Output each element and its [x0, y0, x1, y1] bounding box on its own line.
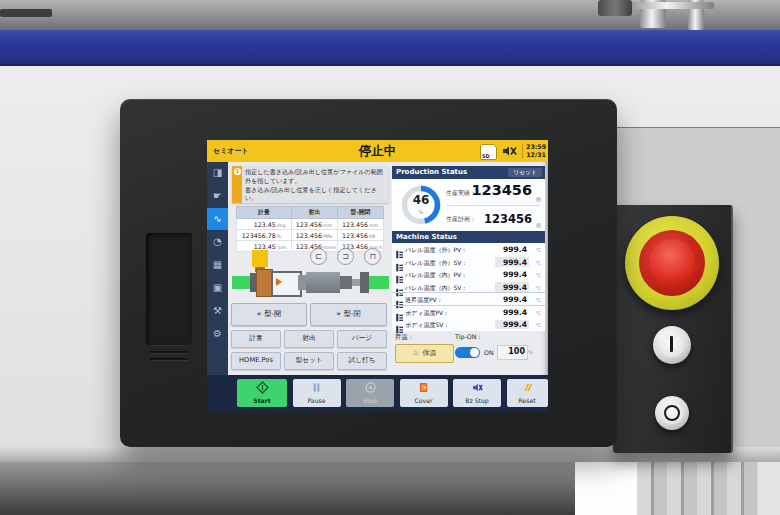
mold-close-icon: »: [336, 309, 341, 318]
machine-diagram: ⊏⊐⊓: [232, 250, 390, 298]
metrics-table: 計量射出型-開閉123.45deg123.456mm123.456mm12345…: [236, 206, 384, 252]
sidebar-item-settings[interactable]: ⚙: [207, 323, 228, 345]
piston: [340, 276, 352, 289]
bezel-groove: [150, 358, 188, 360]
tip-on-label: Tip-ON :: [455, 333, 481, 340]
hmi-screen: セミオート 停止中 SD 23:5912/31 ◨☛∿◔▦▣⚒⚙ ⧉ 1 指定し…: [207, 140, 548, 412]
nav-button-label: Start: [237, 398, 287, 404]
trial-shot-button[interactable]: 試し打ち: [337, 352, 387, 370]
alert-stripe: 1: [232, 166, 242, 203]
mute-icon[interactable]: [502, 144, 518, 158]
status-value: 999.4: [503, 295, 527, 304]
machine-gap: [575, 462, 637, 515]
metrics-column-header: 計量: [237, 207, 292, 219]
sidebar-item-injection[interactable]: ∿: [207, 208, 228, 230]
purge-button[interactable]: パージ: [337, 330, 387, 348]
production-plan-row: 生産計画 : 123456 個: [446, 206, 542, 231]
clock: 23:5912/31: [526, 143, 546, 159]
bezel-groove: [150, 351, 188, 353]
under-shelf-shadow: [0, 462, 575, 515]
production-reset-button[interactable]: リセット: [508, 168, 542, 177]
metering-button[interactable]: 計量: [231, 330, 281, 348]
status-value: 999.4: [503, 283, 527, 292]
status-unit: ℃: [535, 247, 541, 253]
bz-stop-button[interactable]: Bz Stop: [453, 379, 501, 407]
production-status-title: Production Status: [396, 166, 467, 179]
platen-right: [369, 276, 389, 289]
status-label: バレル温度（外）SV :: [405, 259, 465, 268]
mold-set-button[interactable]: 型セット: [284, 352, 334, 370]
tip-on-toggle[interactable]: [455, 347, 480, 358]
start-icon: [256, 379, 269, 398]
sidebar-item-monitor[interactable]: ◔: [207, 231, 228, 253]
alert-message: 指定した書き込み/読み出し位置がファイルの範囲外を指しています。書き込み/読み出…: [242, 166, 389, 203]
status-unit: ℃: [535, 272, 541, 278]
status-value: 999.4: [503, 308, 527, 317]
sidebar-item-clamp[interactable]: ☛: [207, 185, 228, 207]
pause-icon: [310, 379, 323, 398]
status-label: ボディ温度SV :: [405, 321, 447, 330]
emergency-stop-button[interactable]: [649, 239, 695, 285]
machine-blue-stripe: [0, 30, 780, 66]
status-label: バレル温度（内）PV :: [405, 271, 465, 280]
home-pos-button[interactable]: HOME.Pos: [231, 352, 281, 370]
status-value: 999.4: [503, 258, 527, 267]
sidebar-item-records[interactable]: ▦: [207, 254, 228, 276]
nav-button-label: Stop: [346, 398, 394, 404]
metrics-cell: 123.456kN: [337, 230, 383, 241]
bottom-nav-bar: StartPauseStopCoverBz StopReset: [207, 375, 548, 412]
bezel-card-slot: [146, 233, 192, 345]
metrics-cell: 123456.78%: [237, 230, 292, 241]
status-unit: ℃: [535, 285, 541, 291]
sidebar-item-files[interactable]: ▣: [207, 277, 228, 299]
mold-close-button[interactable]: »型-閉: [310, 303, 387, 326]
pause-button[interactable]: Pause: [293, 379, 341, 407]
nav-button-label: Cover: [400, 398, 448, 404]
metrics-cell: 123.456mm: [291, 219, 337, 230]
flange-right: [360, 272, 369, 293]
divider: [392, 305, 545, 306]
machine-status-row: バレル温度（外）SV :999.4℃: [392, 256, 545, 269]
metrics-cell: 123.456MPa: [291, 230, 337, 241]
heat-icon: ♨: [412, 348, 419, 357]
status-unit: ℃: [535, 260, 541, 266]
production-actual-row: 生産実績 : 123456 個: [446, 180, 542, 205]
reset-icon: [521, 379, 534, 398]
mold-open-button[interactable]: «型-開: [231, 303, 307, 326]
heating-label: 昇温 :: [395, 333, 412, 342]
metrics-column-header: 射出: [291, 207, 337, 219]
mold-open-circle-icon[interactable]: ⊏: [310, 248, 327, 265]
stop-icon: [364, 379, 377, 398]
mold-close-circle-icon[interactable]: ⊐: [337, 248, 354, 265]
metrics-cell: 123.45deg: [237, 219, 292, 230]
sidebar-item-maintenance[interactable]: ⚒: [207, 300, 228, 322]
nav-button-label: Reset: [507, 398, 548, 404]
machine-status-panel: バレル温度（外）PV :999.4℃バレル温度（外）SV :999.4℃バレル温…: [392, 243, 545, 331]
mold-open-icon: «: [257, 309, 262, 318]
machine-status-row: ボディ温度PV :999.4℃: [392, 306, 545, 319]
platen-left: [232, 276, 250, 289]
status-value: 999.4: [503, 245, 527, 254]
machine-fittings: [598, 0, 748, 30]
start-button[interactable]: Start: [237, 379, 287, 407]
stop-button[interactable]: Stop: [346, 379, 394, 407]
power-off-icon: [664, 405, 680, 421]
clamp-circle-icon[interactable]: ⊓: [364, 248, 381, 265]
machine-status-row: バレル温度（内）PV :999.4℃: [392, 268, 545, 281]
rod: [352, 279, 360, 286]
sidebar-item-mold[interactable]: ◨: [207, 162, 228, 184]
reset-button[interactable]: Reset: [507, 379, 548, 407]
keep-warm-button[interactable]: ♨保温: [395, 344, 454, 363]
machine-leg: [758, 462, 780, 515]
status-value: 999.4: [503, 320, 527, 329]
status-label: ボディ温度PV :: [405, 309, 447, 318]
injection-cylinder: [306, 272, 340, 293]
production-progress-donut: 46 %: [398, 182, 444, 228]
alert-badge: 1: [234, 168, 241, 175]
status-unit: ℃: [535, 322, 541, 328]
injection-button[interactable]: 射出: [284, 330, 334, 348]
bz-icon: [471, 379, 484, 398]
screen-topbar: セミオート 停止中 SD 23:5912/31: [207, 140, 548, 162]
cover-button[interactable]: Cover: [400, 379, 448, 407]
tip-value-field[interactable]: 100: [497, 345, 528, 360]
